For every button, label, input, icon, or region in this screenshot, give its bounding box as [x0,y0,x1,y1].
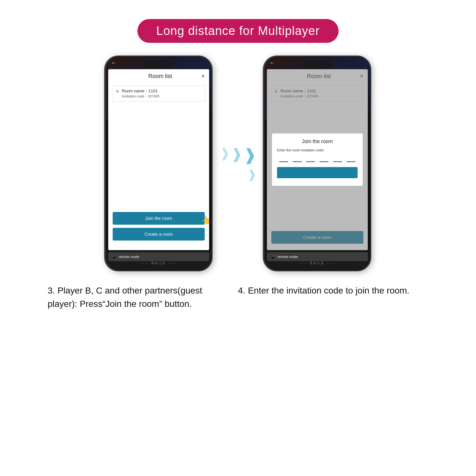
phone2-dialog-join-btn[interactable] [277,167,358,178]
phone1-white-panel: Room list × ✕ Room name：1101 Invitation … [108,69,209,250]
chevron-2: ❱ [231,146,243,164]
arrows-section: ❱ ❱ ❱ ❱ [213,146,263,181]
header-badge: Long distance for Multiplayer [137,19,339,43]
phone1-room-item-info: Room name：1101 Invitation code：327405 [122,88,202,99]
phone1-remote-icon: 📱 [111,254,117,259]
phone1-screen: ← Mode selection Room list × ✕ [106,56,212,270]
phone1-btn-area: Join the room 👆 Create a room [108,209,209,247]
phone1-room-list-header: Room list × [108,69,209,82]
phone2-side-btn-vol-down [263,115,264,131]
desc-item-3: 3. Player B, C and other partners(guest … [48,284,238,311]
phone2-code-dash-6[interactable] [347,155,355,162]
touch-icon: 👆 [202,215,209,225]
phone1-close-btn[interactable]: × [201,73,205,80]
phone1-create-room-btn[interactable]: Create a room [113,228,205,241]
phone2-wrapper: ← Mode selection Room list × [263,56,371,271]
arrow-row-1: ❱ ❱ ❱ [220,146,257,164]
phone2-screen: ← Mode selection Room list × [264,56,370,270]
phone1-wrapper: ← Mode selection Room list × ✕ [105,56,213,271]
phone1-join-room-btn[interactable]: Join the room [113,212,205,225]
phone2-mode-selection-label: Mode selection [278,61,359,65]
arrows-group: ❱ ❱ ❱ ❱ [220,146,257,181]
phone2-code-dash-1[interactable] [279,155,288,162]
phone2-brand: —— BAILE —— [264,261,370,267]
arrow-row-2: ❱ [241,168,257,181]
phone1-status-bar: ← Mode selection [106,56,212,69]
chevron-1: ❱ [220,146,230,164]
phone2-remote-text: remote mode [277,255,298,259]
phone1-room-item[interactable]: ✕ Room name：1101 Invitation code：327405 [112,85,205,102]
phones-container: ← Mode selection Room list × ✕ [0,56,476,271]
phone2-join-dialog: Join the room Enter the room invitation … [272,134,363,186]
phone1-remote-mode-bar: 📱 remote mode [108,252,209,261]
phone1-spacer [108,105,209,143]
phone1-frame: ← Mode selection Room list × ✕ [105,56,213,271]
back-arrow-icon[interactable]: ← [111,60,116,66]
phone2-code-dash-4[interactable] [320,155,328,162]
phone1-room-list-title: Room list [119,73,201,80]
desc-text-4: 4. Enter the invitation code to join the… [238,284,416,297]
phone1-remote-text: remote mode [119,255,139,259]
phone2-status-bar: ← Mode selection [264,56,370,69]
phone2-remote-mode-bar: 📱 remote mode [267,252,368,261]
phone2-code-dash-2[interactable] [293,155,301,162]
side-btn-volume-down [105,115,105,131]
phone2-code-input-row [277,155,358,162]
phone1-room-name: Room name：1101 [122,88,202,94]
description-section: 3. Player B, C and other partners(guest … [0,271,476,311]
chevron-4: ❱ [247,168,257,181]
phone2-code-dash-5[interactable] [333,155,342,162]
side-btn-power [212,104,213,129]
side-btn-volume-up [105,95,105,110]
phone2-side-btn-power [371,104,371,129]
phone2-remote-icon: 📱 [270,254,275,259]
phone1-bottom-bar: 📱 remote mode —— BAILE —— [106,250,212,270]
phone2-frame: ← Mode selection Room list × [263,56,371,271]
phone2-white-panel: Room list × ✕ Room name：1101 Invitation … [267,69,368,250]
phone1-room-item-x-icon: ✕ [116,89,119,94]
phone2-bottom-bar: 📱 remote mode —— BAILE —— [264,250,370,270]
phone1-invite-code: Invitation code：327405 [122,94,202,99]
phone2-join-dialog-title: Join the room [277,139,358,144]
phone1-join-btn-wrapper: Join the room 👆 [113,212,205,228]
header-section: Long distance for Multiplayer [0,0,476,43]
desc-text-3: 3. Player B, C and other partners(guest … [48,284,225,311]
chevron-3: ❱ [243,146,257,164]
phone2-code-dash-3[interactable] [306,155,315,162]
phone1-brand: —— BAILE —— [106,261,212,267]
desc-item-4: 4. Enter the invitation code to join the… [238,284,428,311]
phone2-back-arrow-icon[interactable]: ← [269,60,275,66]
mode-selection-label: Mode selection [119,61,200,65]
phone2-enter-code-label: Enter the room invitation code: [277,148,358,152]
phone2-side-btn-vol-up [263,95,264,110]
